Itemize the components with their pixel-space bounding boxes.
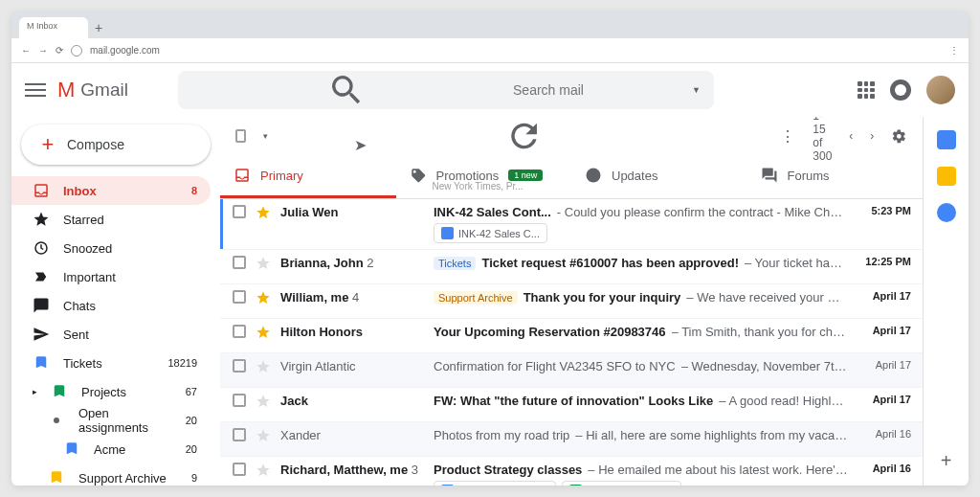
row-checkbox[interactable] bbox=[233, 325, 246, 338]
row-checkbox[interactable] bbox=[233, 205, 246, 218]
sidebar-item-projects[interactable]: ▸Projects67 bbox=[11, 377, 211, 406]
nav-label: Snoozed bbox=[63, 241, 112, 256]
refresh-icon[interactable] bbox=[285, 117, 763, 155]
tab-promotions[interactable]: Promotions1 newNew York Times, Pr... bbox=[396, 155, 572, 198]
email-row[interactable]: JackFW: What "the future of innovation" … bbox=[220, 388, 923, 422]
timestamp: April 17 bbox=[858, 325, 911, 336]
calendar-icon[interactable] bbox=[937, 130, 956, 149]
star-icon[interactable] bbox=[256, 428, 271, 443]
new-badge: 1 new bbox=[508, 169, 543, 181]
sidebar-item-support-archive[interactable]: Support Archive9 bbox=[11, 463, 211, 486]
category-label: Tickets bbox=[434, 257, 476, 270]
sidebar-item-acme[interactable]: Acme20 bbox=[11, 435, 211, 463]
sidebar-item-inbox[interactable]: Inbox8 bbox=[11, 176, 211, 205]
forum-icon bbox=[761, 167, 778, 184]
email-row[interactable]: William, me 4Support ArchiveThank you fo… bbox=[220, 284, 923, 319]
timestamp: April 17 bbox=[858, 394, 911, 405]
nav-back-icon[interactable]: ← bbox=[21, 45, 31, 56]
nav-label: Tickets bbox=[63, 356, 102, 371]
notifications-icon[interactable] bbox=[890, 79, 911, 101]
sidebar-item-important[interactable]: Important bbox=[11, 262, 211, 291]
sidebar-item-tickets[interactable]: Tickets18219 bbox=[11, 349, 211, 377]
snippet: – A good read! Highly recommende... bbox=[719, 394, 848, 408]
sender: William, me 4 bbox=[280, 290, 424, 305]
site-info-icon[interactable] bbox=[71, 45, 82, 56]
tab-forums[interactable]: Forums bbox=[747, 155, 924, 198]
star-icon[interactable] bbox=[256, 463, 271, 478]
attachment-chip[interactable]: (WIP) Enterprise... bbox=[562, 481, 680, 486]
sidebar-item-open-assignments[interactable]: Open assignments20 bbox=[11, 406, 211, 435]
compose-button[interactable]: + Compose bbox=[21, 124, 211, 165]
subject: FW: What "the future of innovation" Look… bbox=[434, 394, 713, 408]
attachment-chip[interactable]: INK-42 Sales C... bbox=[434, 223, 547, 243]
star-icon[interactable] bbox=[256, 359, 271, 374]
search-options-icon[interactable]: ▼ bbox=[692, 85, 701, 95]
row-checkbox[interactable] bbox=[233, 290, 246, 304]
settings-icon[interactable] bbox=[891, 128, 907, 145]
plus-icon: + bbox=[38, 135, 57, 154]
page-prev-icon[interactable]: ‹ bbox=[849, 129, 853, 143]
email-row[interactable]: Hilton HonorsYour Upcoming Reservation #… bbox=[220, 319, 923, 353]
reload-icon[interactable]: ⟳ bbox=[56, 45, 63, 56]
select-caret-icon[interactable]: ▾ bbox=[263, 131, 268, 141]
subject: Thank you for your inquiry bbox=[523, 290, 681, 305]
subject: INK-42 Sales Cont... bbox=[434, 205, 551, 219]
row-checkbox[interactable] bbox=[233, 463, 246, 476]
email-row[interactable]: XanderPhotos from my road trip – Hi all,… bbox=[220, 422, 923, 457]
keep-icon[interactable] bbox=[937, 167, 956, 186]
row-checkbox[interactable] bbox=[233, 428, 246, 441]
nav-label: Open assignments bbox=[78, 406, 172, 435]
email-row[interactable]: Julia WenINK-42 Sales Cont... - Could yo… bbox=[220, 199, 923, 250]
subject: Ticket request #610007 has been approved… bbox=[481, 256, 739, 270]
sender: Virgin Atlantic bbox=[280, 359, 424, 373]
email-row[interactable]: Brianna, John 2TicketsTicket request #61… bbox=[220, 250, 923, 284]
star-icon[interactable] bbox=[256, 394, 271, 409]
sidebar: + Compose Inbox8StarredSnoozedImportantC… bbox=[11, 117, 220, 486]
chat-icon bbox=[33, 297, 50, 314]
star-icon[interactable] bbox=[256, 325, 271, 340]
star-icon[interactable] bbox=[256, 205, 271, 220]
toolbar: ▾ ⋮ ➤ 1-15 of 300 ‹ › bbox=[220, 117, 923, 155]
browser-menu-icon[interactable]: ⋮ bbox=[949, 45, 959, 56]
attachment-chip[interactable]: Enterprise UX Sp... bbox=[434, 481, 556, 486]
sidebar-item-sent[interactable]: Sent bbox=[11, 320, 211, 349]
email-row[interactable]: Virgin AtlanticConfirmation for Flight V… bbox=[220, 353, 923, 388]
search-box[interactable]: ▼ bbox=[178, 71, 714, 109]
apps-grid-icon[interactable] bbox=[858, 81, 875, 99]
sent-icon bbox=[33, 326, 50, 343]
snooze-icon bbox=[33, 239, 50, 257]
sidebar-item-snoozed[interactable]: Snoozed bbox=[11, 234, 211, 262]
row-checkbox[interactable] bbox=[233, 256, 246, 269]
subject: Photos from my road trip bbox=[434, 428, 569, 442]
row-checkbox[interactable] bbox=[233, 394, 246, 407]
sidebar-item-chats[interactable]: Chats bbox=[11, 291, 211, 320]
tasks-icon[interactable] bbox=[937, 203, 956, 222]
tab-primary[interactable]: Primary bbox=[220, 155, 396, 198]
tab-updates[interactable]: Updates bbox=[571, 155, 747, 198]
star-icon[interactable] bbox=[256, 290, 271, 305]
nav-label: Projects bbox=[81, 385, 126, 399]
browser-tab[interactable]: M Inbox bbox=[19, 17, 88, 38]
main-menu-icon[interactable] bbox=[25, 79, 46, 101]
inbox-icon bbox=[33, 182, 50, 199]
row-checkbox[interactable] bbox=[233, 359, 246, 373]
new-tab-button[interactable]: + bbox=[88, 17, 109, 38]
select-all-checkbox[interactable] bbox=[235, 129, 246, 143]
search-input[interactable] bbox=[513, 82, 680, 98]
nav-count: 8 bbox=[191, 185, 197, 196]
subject: Your Upcoming Reservation #20983746 bbox=[434, 325, 666, 339]
nav-fwd-icon[interactable]: → bbox=[38, 45, 48, 56]
add-addon-icon[interactable]: + bbox=[941, 450, 952, 472]
more-icon[interactable]: ⋮ bbox=[780, 127, 795, 146]
label-blue-icon bbox=[33, 354, 50, 372]
url-text[interactable]: mail.google.com bbox=[90, 45, 160, 56]
subject: Confirmation for Flight VA2345 SFO to NY… bbox=[434, 359, 676, 373]
email-row[interactable]: Richard, Matthew, me 3Product Strategy c… bbox=[220, 457, 923, 486]
page-next-icon[interactable]: › bbox=[870, 129, 874, 143]
side-rail: + bbox=[923, 117, 969, 486]
sidebar-item-starred[interactable]: Starred bbox=[11, 205, 211, 234]
account-avatar[interactable] bbox=[926, 76, 955, 104]
star-icon[interactable] bbox=[256, 256, 271, 271]
timestamp: April 17 bbox=[858, 359, 911, 371]
sender: Xander bbox=[280, 428, 424, 442]
